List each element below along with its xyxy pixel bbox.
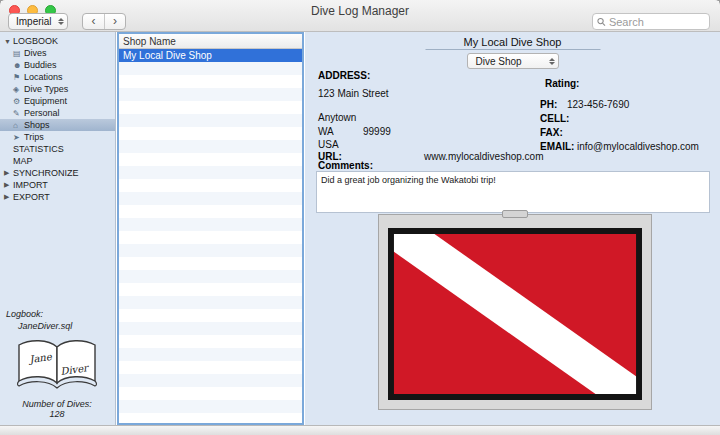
table-row-empty[interactable] xyxy=(119,179,302,192)
table-row-empty[interactable] xyxy=(119,244,302,257)
table-row-empty[interactable] xyxy=(119,231,302,244)
sidebar-item-label: LOGBOOK xyxy=(13,36,58,46)
email-label: EMAIL: xyxy=(540,141,574,152)
dive-types-icon: ◈ xyxy=(13,85,24,94)
sidebar-item-label: STATISTICS xyxy=(13,144,64,154)
table-row-empty[interactable] xyxy=(119,348,302,361)
table-row-empty[interactable] xyxy=(119,387,302,400)
address-country: USA xyxy=(318,139,339,150)
sidebar: ▼LOGBOOK▤Dives☻Buddies⚑Locations◈Dive Ty… xyxy=(0,32,116,425)
table-row-empty[interactable] xyxy=(119,192,302,205)
logbook-filename: JaneDiver.sql xyxy=(0,321,114,331)
shop-type-popup[interactable]: Dive Shop xyxy=(467,53,559,69)
nav-buttons: ‹ › xyxy=(82,13,126,30)
disclosure-triangle-icon[interactable]: ▶ xyxy=(4,181,13,189)
personal-icon: ✎ xyxy=(13,109,24,118)
sidebar-item-statistics[interactable]: STATISTICS xyxy=(0,143,115,155)
sidebar-item-label: Buddies xyxy=(24,60,57,70)
sidebar-item-label: Shops xyxy=(24,120,50,130)
sidebar-item-equipment[interactable]: ⚙Equipment xyxy=(0,95,115,107)
table-row-empty[interactable] xyxy=(119,127,302,140)
table-row-empty[interactable] xyxy=(119,309,302,322)
table-row-empty[interactable] xyxy=(119,283,302,296)
search-input[interactable] xyxy=(609,16,705,28)
phone-value: 123-456-7690 xyxy=(567,99,629,110)
sidebar-item-dive-types[interactable]: ◈Dive Types xyxy=(0,83,115,95)
logbook-info: Logbook: JaneDiver.sql Jane Diver Number… xyxy=(0,309,114,419)
table-row-empty[interactable] xyxy=(119,153,302,166)
logbook-label: Logbook: xyxy=(0,309,114,319)
sidebar-item-label: Dives xyxy=(24,48,47,58)
cell-label: CELL: xyxy=(540,113,569,124)
sidebar-item-logbook[interactable]: ▼LOGBOOK xyxy=(0,35,115,47)
rating-label: Rating: xyxy=(545,78,579,89)
address-zip: 99999 xyxy=(363,126,391,137)
address-street: 123 Main Street xyxy=(318,88,389,99)
table-row-empty[interactable] xyxy=(119,374,302,387)
address-city: Anytown xyxy=(318,112,356,123)
number-of-dives-value: 128 xyxy=(0,409,114,419)
phone-label: PH: xyxy=(540,99,557,110)
disclosure-triangle-icon[interactable]: ▶ xyxy=(4,193,13,201)
table-row-empty[interactable] xyxy=(119,218,302,231)
fax-label: FAX: xyxy=(540,127,563,138)
sidebar-list: ▼LOGBOOK▤Dives☻Buddies⚑Locations◈Dive Ty… xyxy=(0,32,115,203)
sidebar-item-import[interactable]: ▶IMPORT xyxy=(0,179,115,191)
back-button[interactable]: ‹ xyxy=(83,14,104,29)
table-row-empty[interactable] xyxy=(119,270,302,283)
table-row-empty[interactable] xyxy=(119,166,302,179)
table-row-empty[interactable] xyxy=(119,361,302,374)
shop-detail-panel: My Local Dive Shop Dive Shop ADDRESS: 12… xyxy=(305,32,720,425)
table-row[interactable]: My Local Dive Shop xyxy=(119,49,302,62)
disclosure-triangle-icon[interactable]: ▼ xyxy=(4,38,13,45)
sidebar-item-shops[interactable]: ⌂Shops xyxy=(0,119,115,131)
buddies-icon: ☻ xyxy=(13,61,24,70)
shop-name-field[interactable]: My Local Dive Shop xyxy=(425,36,600,50)
sidebar-item-personal[interactable]: ✎Personal xyxy=(0,107,115,119)
search-field[interactable] xyxy=(592,13,710,30)
url-value: www.mylocaldiveshop.com xyxy=(424,151,544,162)
sidebar-item-label: MAP xyxy=(13,156,33,166)
table-row-empty[interactable] xyxy=(119,88,302,101)
comments-field[interactable]: Did a great job organizing the Wakatobi … xyxy=(316,171,710,213)
units-select[interactable]: Imperial xyxy=(8,13,68,30)
shop-image-well[interactable] xyxy=(378,214,652,410)
shops-icon: ⌂ xyxy=(13,121,24,130)
sidebar-item-trips[interactable]: ➤Trips xyxy=(0,131,115,143)
table-row-empty[interactable] xyxy=(119,322,302,335)
table-row-empty[interactable] xyxy=(119,400,302,413)
sidebar-item-dives[interactable]: ▤Dives xyxy=(0,47,115,59)
table-row-empty[interactable] xyxy=(119,75,302,88)
dives-icon: ▤ xyxy=(13,49,24,58)
disclosure-triangle-icon[interactable]: ▶ xyxy=(4,169,13,177)
table-row-empty[interactable] xyxy=(119,62,302,75)
table-row-empty[interactable] xyxy=(119,413,302,423)
table-row-empty[interactable] xyxy=(119,257,302,270)
dive-flag-image xyxy=(388,228,642,400)
sidebar-item-export[interactable]: ▶EXPORT xyxy=(0,191,115,203)
sidebar-item-map[interactable]: MAP xyxy=(0,155,115,167)
forward-button[interactable]: › xyxy=(104,14,125,29)
units-select-value: Imperial xyxy=(16,16,52,27)
number-of-dives-label: Number of Dives: xyxy=(0,399,114,409)
sidebar-item-locations[interactable]: ⚑Locations xyxy=(0,71,115,83)
table-row-empty[interactable] xyxy=(119,335,302,348)
sidebar-item-synchronize[interactable]: ▶SYNCHRONIZE xyxy=(0,167,115,179)
shop-type-value: Dive Shop xyxy=(476,56,522,67)
sidebar-item-label: SYNCHRONIZE xyxy=(13,168,79,178)
shop-table: Shop Name My Local Dive Shop xyxy=(117,32,304,425)
address-label: ADDRESS: xyxy=(318,70,370,81)
table-row-empty[interactable] xyxy=(119,205,302,218)
address-state: WA xyxy=(318,126,334,137)
title-bar: Dive Log Manager Imperial ‹ › xyxy=(0,0,720,32)
table-row-empty[interactable] xyxy=(119,296,302,309)
locations-icon: ⚑ xyxy=(13,73,24,82)
email-value: info@mylocaldiveshop.com xyxy=(577,141,699,152)
table-row-empty[interactable] xyxy=(119,101,302,114)
table-row-empty[interactable] xyxy=(119,140,302,153)
chevron-up-down-icon xyxy=(549,58,555,65)
shop-name-column-header[interactable]: Shop Name xyxy=(119,34,302,49)
sidebar-item-buddies[interactable]: ☻Buddies xyxy=(0,59,115,71)
table-row-empty[interactable] xyxy=(119,114,302,127)
logbook-illustration: Jane Diver xyxy=(14,335,100,397)
